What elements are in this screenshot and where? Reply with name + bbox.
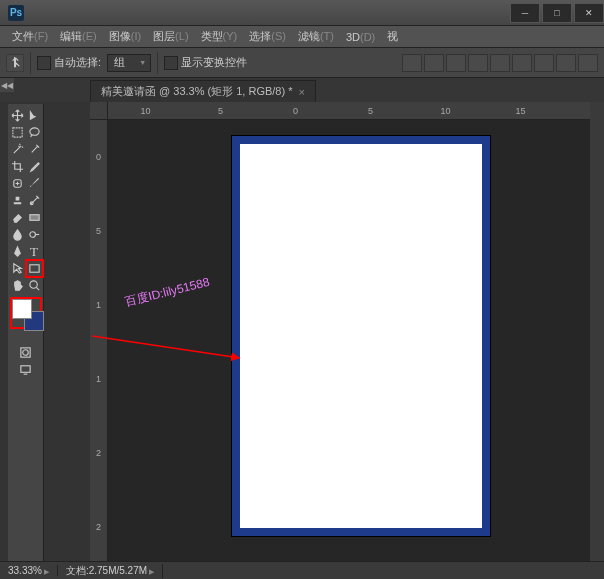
document-tab[interactable]: 精美邀请函 @ 33.3% (矩形 1, RGB/8) * ×: [90, 80, 316, 102]
align-button-2[interactable]: [424, 54, 444, 72]
lasso-tool[interactable]: [27, 125, 42, 140]
svg-rect-4: [29, 215, 38, 221]
svg-point-5: [29, 232, 35, 238]
annotation-arrow: [90, 332, 250, 372]
menu-3d[interactable]: 3D(D): [340, 31, 381, 43]
magic-wand-tool[interactable]: [10, 142, 25, 157]
svg-rect-6: [29, 265, 38, 272]
align-button-1[interactable]: [402, 54, 422, 72]
minimize-button[interactable]: ─: [510, 3, 540, 23]
svg-point-1: [29, 128, 38, 135]
blur-tool[interactable]: [10, 227, 25, 242]
color-swatches[interactable]: [12, 299, 40, 327]
collapse-panel-icon[interactable]: ◀◀: [0, 78, 14, 92]
history-brush-tool[interactable]: [27, 193, 42, 208]
ruler-horizontal[interactable]: 105051015: [108, 102, 604, 120]
status-bar: 33.33%▶ 文档:2.75M/5.27M▶: [0, 561, 604, 579]
type-tool[interactable]: T: [27, 244, 42, 259]
eyedropper-tool[interactable]: [27, 159, 42, 174]
foreground-color[interactable]: [12, 299, 32, 319]
rectangle-shape[interactable]: [240, 144, 482, 528]
move-tool[interactable]: [10, 108, 25, 123]
svg-line-11: [92, 336, 240, 358]
show-transform-checkbox[interactable]: 显示变换控件: [164, 55, 247, 70]
quick-select-tool[interactable]: [27, 142, 42, 157]
menu-layer[interactable]: 图层(L): [147, 29, 194, 44]
menu-filter[interactable]: 滤镜(T): [292, 29, 340, 44]
document-info[interactable]: 文档:2.75M/5.27M▶: [58, 564, 163, 578]
zoom-level[interactable]: 33.33%▶: [0, 565, 58, 576]
align-button-3[interactable]: [446, 54, 466, 72]
dodge-tool[interactable]: [27, 227, 42, 242]
stamp-tool[interactable]: [10, 193, 25, 208]
rectangle-tool[interactable]: [27, 261, 42, 276]
auto-select-dropdown[interactable]: 组▼: [107, 54, 151, 72]
menu-edit[interactable]: 编辑(E): [54, 29, 103, 44]
svg-point-9: [23, 350, 29, 356]
menu-type[interactable]: 类型(Y): [195, 29, 244, 44]
canvas-area[interactable]: 105051015 051122 百度ID:lily51588: [90, 102, 604, 564]
menu-view[interactable]: 视: [381, 29, 404, 44]
svg-point-7: [29, 281, 36, 288]
close-tab-icon[interactable]: ×: [299, 86, 305, 98]
menu-bar: 文件(F) 编辑(E) 图像(I) 图层(L) 类型(Y) 选择(S) 滤镜(T…: [0, 26, 604, 48]
align-button-4[interactable]: [468, 54, 488, 72]
toolbox: T: [8, 104, 44, 564]
maximize-button[interactable]: □: [542, 3, 572, 23]
annotation-text: 百度ID:lily51588: [123, 274, 211, 311]
vertical-scrollbar[interactable]: [590, 102, 604, 563]
screenmode-tool[interactable]: [18, 362, 33, 377]
crop-tool[interactable]: [10, 159, 25, 174]
pen-tool[interactable]: [10, 244, 25, 259]
app-logo: Ps: [8, 5, 24, 21]
ruler-corner: [90, 102, 108, 120]
marquee-tool[interactable]: [10, 125, 25, 140]
eraser-tool[interactable]: [10, 210, 25, 225]
ruler-vertical[interactable]: 051122: [90, 120, 108, 564]
align-button-7[interactable]: [534, 54, 554, 72]
menu-file[interactable]: 文件(F): [6, 29, 54, 44]
zoom-tool[interactable]: [27, 278, 42, 293]
path-select-tool[interactable]: [10, 261, 25, 276]
options-bar: 自动选择: 组▼ 显示变换控件: [0, 48, 604, 78]
artboard-tool[interactable]: [27, 108, 42, 123]
align-button-9[interactable]: [578, 54, 598, 72]
menu-image[interactable]: 图像(I): [103, 29, 147, 44]
auto-select-checkbox[interactable]: 自动选择:: [37, 55, 101, 70]
align-button-5[interactable]: [490, 54, 510, 72]
gradient-tool[interactable]: [27, 210, 42, 225]
align-button-6[interactable]: [512, 54, 532, 72]
document-canvas[interactable]: [232, 136, 490, 536]
close-window-button[interactable]: ✕: [574, 3, 604, 23]
svg-rect-0: [12, 128, 21, 137]
title-bar: Ps ─ □ ✕: [0, 0, 604, 26]
svg-rect-10: [21, 366, 30, 373]
align-button-8[interactable]: [556, 54, 576, 72]
current-tool-icon[interactable]: [6, 54, 24, 72]
quickmask-tool[interactable]: [18, 345, 33, 360]
hand-tool[interactable]: [10, 278, 25, 293]
healing-tool[interactable]: [10, 176, 25, 191]
menu-select[interactable]: 选择(S): [243, 29, 292, 44]
document-tab-bar: 精美邀请函 @ 33.3% (矩形 1, RGB/8) * ×: [0, 78, 604, 102]
brush-tool[interactable]: [27, 176, 42, 191]
document-tab-title: 精美邀请函 @ 33.3% (矩形 1, RGB/8) *: [101, 84, 293, 99]
